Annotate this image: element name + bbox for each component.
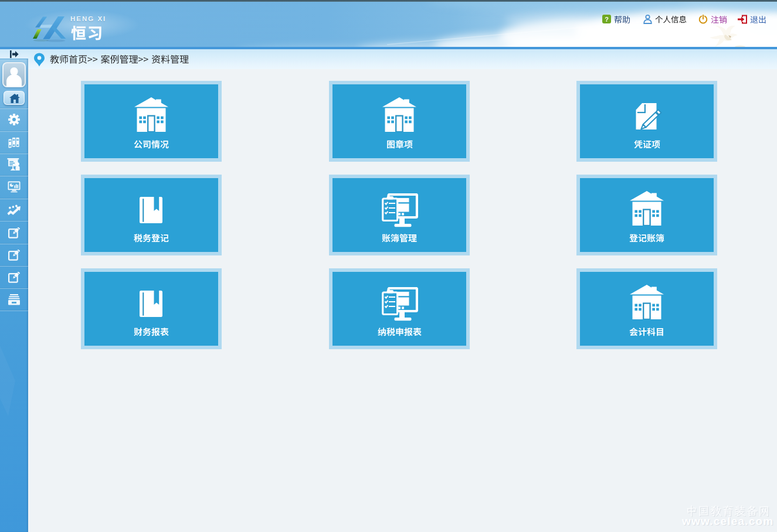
svg-text:?: ?	[605, 16, 609, 23]
svg-text:www.celea.com: www.celea.com	[681, 515, 773, 527]
